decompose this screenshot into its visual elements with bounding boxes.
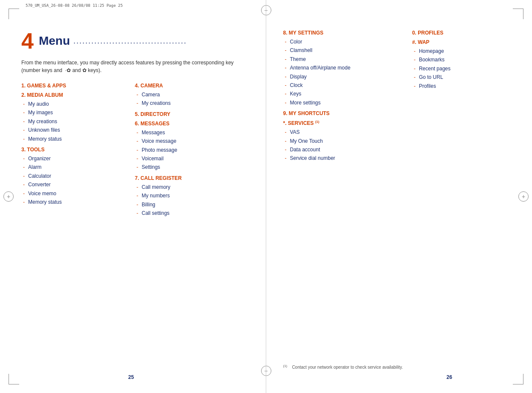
list-item: Billing — [135, 200, 249, 209]
page-left: 4 Menu .................................… — [0, 0, 266, 393]
list-item: Voicemail — [135, 154, 249, 163]
services-superscript: (1) — [315, 120, 320, 124]
footnote: (1) Contact your network operator to che… — [283, 364, 511, 370]
list-item: Alarm — [21, 163, 126, 171]
list-item: Organizer — [21, 154, 126, 163]
section-services: *. SERVICES (1) — [283, 120, 404, 126]
page-right: 8. MY SETTINGS Color Clamshell Theme Ant… — [266, 0, 532, 393]
left-col1: 1. GAMES & APPS 2. MEDIA ALBUM My audio … — [21, 83, 126, 217]
list-item: Profiles — [412, 82, 511, 90]
list-item: Call memory — [135, 183, 249, 191]
section-games-apps: 1. GAMES & APPS — [21, 83, 126, 89]
list-item: More settings — [283, 98, 404, 107]
list-item: Go to URL — [412, 73, 511, 81]
list-item: Data account — [283, 145, 404, 154]
list-item: Settings — [135, 163, 249, 171]
section-camera: 4. CAMERA — [135, 83, 249, 89]
list-item: Unknown files — [21, 126, 126, 134]
right-col2: 0. PROFILES #. WAP Homepage Bookmarks Re… — [412, 30, 511, 163]
list-item: Service dial number — [283, 154, 404, 162]
section-tools: 3. TOOLS — [21, 147, 126, 153]
section-call-register: 7. CALL REGISTER — [135, 175, 249, 181]
page-number-right: 26 — [447, 374, 452, 380]
section-media-album: 2. MEDIA ALBUM — [21, 92, 126, 98]
list-item: Recent pages — [412, 64, 511, 73]
list-item: My numbers — [135, 191, 249, 200]
list-item: My One Touch — [283, 137, 404, 145]
list-item: My creations — [135, 99, 249, 107]
list-item: Call settings — [135, 209, 249, 217]
list-item: Photo message — [135, 146, 249, 154]
section-directory: 5. DIRECTORY — [135, 111, 249, 117]
list-item: Color — [283, 38, 404, 46]
list-item: Clock — [283, 81, 404, 90]
list-item: Antenna off/Airplane mode — [283, 64, 404, 72]
list-item: Homepage — [412, 47, 511, 55]
list-item: My audio — [21, 100, 126, 108]
section-my-shortcuts: 9. MY SHORTCUTS — [283, 110, 404, 116]
left-col2: 4. CAMERA Camera My creations 5. DIRECTO… — [135, 83, 249, 217]
menu-dots: ...................................... — [73, 37, 248, 46]
section-wap: #. WAP — [412, 39, 511, 45]
list-item: Bookmarks — [412, 55, 511, 64]
page-container: 570_UM_USA_26-08-08 26/08/08 11:25 Page … — [0, 0, 532, 393]
menu-number: 4 — [21, 30, 34, 52]
footnote-superscript: (1) — [283, 364, 288, 368]
list-item: Memory status — [21, 135, 126, 143]
right-columns: 8. MY SETTINGS Color Clamshell Theme Ant… — [283, 30, 511, 163]
list-item: Clamshell — [283, 46, 404, 55]
list-item: Theme — [283, 55, 404, 64]
list-item: Calculator — [21, 172, 126, 180]
menu-title-area: 4 Menu .................................… — [21, 30, 249, 52]
list-item: Voice message — [135, 137, 249, 145]
list-item: My images — [21, 108, 126, 117]
list-item: Keys — [283, 90, 404, 98]
list-item: Camera — [135, 90, 249, 99]
right-col1: 8. MY SETTINGS Color Clamshell Theme Ant… — [283, 30, 404, 163]
list-item: VAS — [283, 128, 404, 136]
list-item: Voice memo — [21, 189, 126, 198]
intro-text: From the menu interface, you may directl… — [21, 59, 249, 74]
list-item: Memory status — [21, 198, 126, 206]
menu-word: Menu — [39, 34, 70, 48]
page-number-left: 25 — [128, 374, 134, 380]
list-item: My creations — [21, 117, 126, 126]
list-item: Converter — [21, 180, 126, 189]
list-item: Display — [283, 72, 404, 81]
section-my-settings: 8. MY SETTINGS — [283, 30, 404, 36]
section-profiles: 0. PROFILES — [412, 30, 511, 36]
section-messages: 6. MESSAGES — [135, 121, 249, 127]
list-item: Messages — [135, 128, 249, 137]
left-columns: 1. GAMES & APPS 2. MEDIA ALBUM My audio … — [21, 83, 249, 217]
